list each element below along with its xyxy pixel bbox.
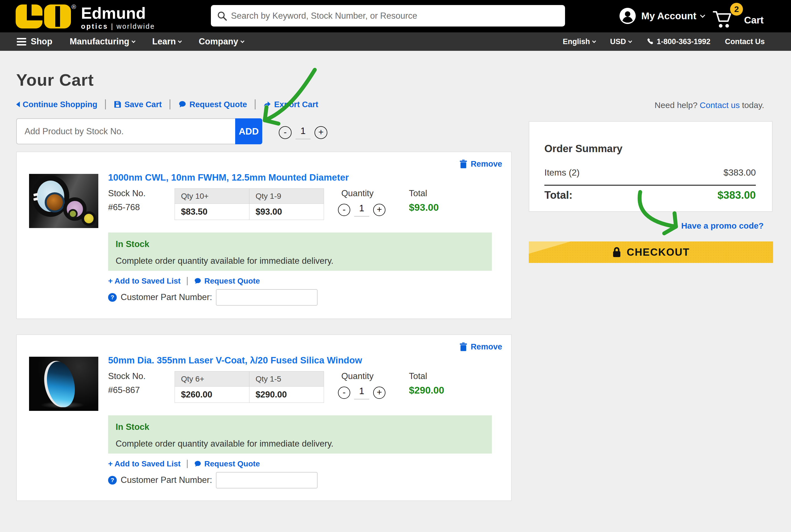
brand-name: Edmund — [81, 5, 155, 21]
total-label: Total — [409, 188, 427, 198]
promo-code-link[interactable]: Have a promo code? — [681, 221, 764, 231]
cart-button[interactable]: 2 Cart — [713, 3, 764, 30]
trash-icon — [459, 160, 467, 169]
contact-us-link[interactable]: Contact us — [700, 100, 740, 110]
stock-status-banner: In Stock Complete order quantity availab… — [108, 232, 492, 271]
tier-price: $93.00 — [250, 204, 324, 220]
summary-items-value: $383.00 — [723, 168, 756, 178]
order-summary-card: Order Summary Items (2) $383.00 Total: $… — [529, 121, 773, 212]
customer-part-number-label: Customer Part Number: — [121, 475, 212, 485]
stock-status: In Stock — [116, 239, 492, 249]
quantity-decrement-button[interactable]: - — [279, 126, 292, 139]
nav-shop[interactable]: Shop — [17, 37, 53, 46]
export-arrow-icon — [263, 100, 271, 108]
nav-manufacturing[interactable]: Manufacturing — [70, 37, 135, 46]
cart-item-card: Remove 50mm Dia. 355nm Laser V-Coat, λ/2… — [16, 335, 512, 501]
stock-status-message: Complete order quantity available for im… — [116, 256, 492, 266]
cart-label: Cart — [744, 15, 764, 26]
tier-header: Qty 1-9 — [250, 189, 324, 204]
product-image[interactable] — [29, 357, 98, 411]
item-total-price: $290.00 — [409, 385, 444, 396]
hamburger-icon — [17, 38, 26, 45]
registered-mark: ® — [72, 3, 76, 11]
stock-status-banner: In Stock Complete order quantity availab… — [108, 415, 492, 454]
price-tier-table: Qty 6+ Qty 1-5 $260.00 $290.00 — [174, 371, 324, 403]
quantity-increment-button[interactable]: + — [373, 386, 385, 399]
top-header-bar: ® Edmund optics | worldwide My Account — [0, 0, 791, 32]
trash-icon — [459, 342, 467, 352]
product-title-link[interactable]: 1000nm CWL, 10nm FWHM, 12.5mm Mounted Di… — [108, 172, 349, 183]
arrow-to-add-button — [265, 70, 315, 120]
tier-header: Qty 10+ — [175, 189, 250, 204]
product-image[interactable] — [29, 174, 98, 228]
tier-price: $290.00 — [250, 386, 324, 403]
stock-number: #65-867 — [108, 385, 140, 395]
customer-part-number-label: Customer Part Number: — [121, 292, 212, 302]
quantity-increment-button[interactable]: + — [314, 126, 327, 139]
quantity-decrement-button[interactable]: - — [338, 386, 350, 399]
customer-part-number-row: ? Customer Part Number: — [108, 289, 317, 306]
tier-header: Qty 6+ — [175, 372, 250, 386]
need-help-text: Need help?Contact ustoday. — [655, 100, 764, 110]
request-quote-link[interactable]: Request Quote — [204, 459, 260, 468]
save-cart-link[interactable]: Save Cart — [114, 100, 162, 109]
search-icon — [217, 11, 227, 21]
stock-label: Stock No. — [108, 371, 146, 381]
help-icon[interactable]: ? — [108, 293, 117, 302]
nav-company[interactable]: Company — [199, 37, 243, 46]
chevron-down-icon — [178, 39, 182, 43]
my-account-menu[interactable]: My Account — [619, 7, 704, 24]
add-button[interactable]: ADD — [235, 118, 262, 144]
help-icon[interactable]: ? — [108, 476, 117, 484]
customer-part-number-input[interactable] — [216, 472, 317, 489]
summary-divider — [545, 185, 756, 186]
product-title-link[interactable]: 50mm Dia. 355nm Laser V-Coat, λ/20 Fused… — [108, 355, 362, 366]
edmund-optics-logo[interactable]: ® Edmund optics | worldwide — [16, 4, 155, 31]
remove-item-button[interactable]: Remove — [459, 342, 502, 352]
continue-shopping-link[interactable]: Continue Shopping — [16, 100, 97, 109]
chevron-down-icon — [700, 13, 705, 18]
divider — [105, 99, 106, 109]
eo-logo-mark-icon: ® — [16, 4, 75, 28]
request-quote-link[interactable]: Request Quote — [204, 277, 260, 286]
language-selector[interactable]: English — [563, 37, 596, 46]
divider — [255, 99, 256, 109]
main-navbar: Shop Manufacturing Learn Company English… — [0, 32, 791, 51]
export-cart-link[interactable]: Export Cart — [263, 100, 318, 109]
search-bar — [211, 5, 565, 26]
nav-contact-us[interactable]: Contact Us — [725, 37, 765, 46]
stock-number: #65-768 — [108, 202, 140, 212]
add-product-input[interactable] — [16, 118, 235, 144]
quantity-increment-button[interactable]: + — [373, 204, 385, 216]
item-quantity-stepper: - 1 + — [338, 386, 385, 399]
add-to-saved-list-link[interactable]: + Add to Saved List — [108, 459, 181, 468]
chevron-down-icon — [240, 39, 244, 43]
divider — [169, 99, 170, 109]
checkout-button[interactable]: CHECKOUT — [529, 242, 773, 263]
item-links-row: + Add to Saved List Request Quote — [108, 277, 260, 286]
nav-learn[interactable]: Learn — [152, 37, 181, 46]
quantity-value[interactable]: 1 — [295, 126, 311, 139]
back-arrow-icon — [16, 101, 20, 107]
quantity-decrement-button[interactable]: - — [338, 204, 350, 216]
add-to-saved-list-link[interactable]: + Add to Saved List — [108, 277, 181, 286]
quantity-label: Quantity — [341, 371, 373, 381]
customer-part-number-input[interactable] — [216, 289, 317, 306]
speech-bubble-icon — [194, 278, 202, 285]
phone-number-link[interactable]: 1-800-363-1992 — [646, 37, 710, 46]
request-quote-link[interactable]: Request Quote — [178, 100, 247, 109]
chevron-down-icon — [132, 39, 135, 43]
divider — [187, 460, 188, 468]
brand-tagline: optics | worldwide — [81, 22, 155, 31]
remove-item-button[interactable]: Remove — [459, 159, 502, 169]
search-input[interactable] — [231, 11, 559, 21]
chevron-down-icon — [628, 39, 632, 43]
item-quantity-stepper: - 1 + — [338, 203, 385, 216]
lock-icon — [612, 247, 621, 258]
quantity-value[interactable]: 1 — [354, 386, 369, 399]
currency-selector[interactable]: USD — [610, 37, 631, 46]
cart-item-card: Remove 1000nm CWL, 10nm FWHM, 12.5mm Mou… — [16, 152, 512, 319]
quantity-value[interactable]: 1 — [354, 203, 369, 216]
chevron-down-icon — [592, 39, 596, 43]
add-quantity-stepper: - 1 + — [279, 126, 327, 139]
